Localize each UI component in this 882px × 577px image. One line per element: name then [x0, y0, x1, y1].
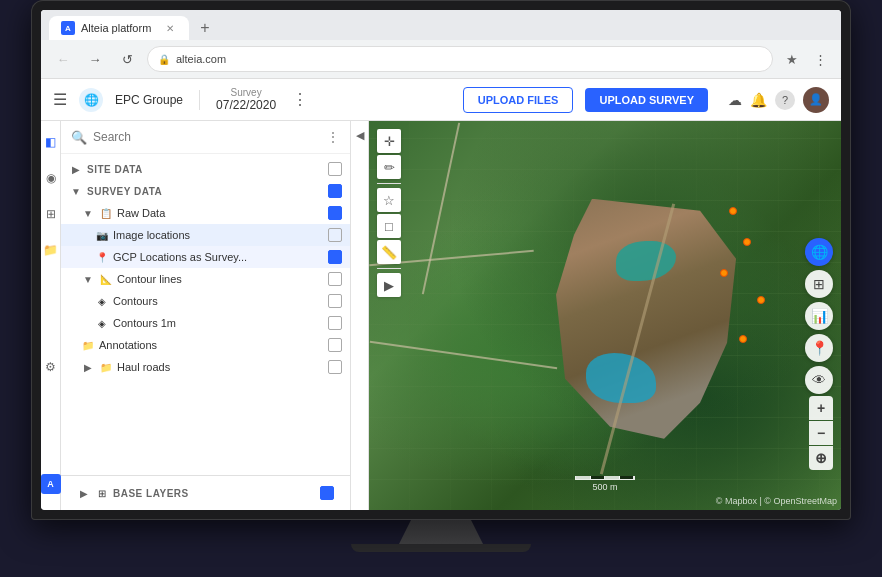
folder-tool-icon[interactable]: 📁 — [42, 241, 60, 259]
scale-seg-1 — [576, 476, 591, 479]
haul-roads-toggle[interactable]: ▶ — [81, 360, 95, 374]
image-locations-checkbox[interactable] — [328, 228, 342, 242]
image-locations-icon: 📷 — [95, 228, 109, 242]
annotations-label: Annotations — [99, 339, 324, 351]
user-avatar[interactable]: 👤 — [803, 87, 829, 113]
base-layers-toggle[interactable]: ▶ — [77, 486, 91, 500]
contour-lines-toggle[interactable]: ▼ — [81, 272, 95, 286]
contour-lines-checkbox[interactable] — [328, 272, 342, 286]
alteia-logo: A — [41, 474, 61, 494]
raw-data-row[interactable]: ▼ 📋 Raw Data — [61, 202, 350, 224]
contours-checkbox[interactable] — [328, 294, 342, 308]
contours-label: Contours — [113, 295, 324, 307]
help-icon[interactable]: ? — [775, 90, 795, 110]
layers-map-button[interactable]: ⊞ — [805, 270, 833, 298]
contours-icon: ◈ — [95, 294, 109, 308]
site-data-toggle[interactable]: ▶ — [69, 162, 83, 176]
layers-tool-icon[interactable]: ◧ — [42, 133, 60, 151]
site-data-checkbox[interactable] — [328, 162, 342, 176]
new-tab-button[interactable]: + — [193, 16, 217, 40]
search-icon: 🔍 — [71, 130, 87, 145]
zoom-in-button[interactable]: + — [809, 396, 833, 420]
base-layers-row[interactable]: ▶ ⊞ BASE LAYERS — [69, 482, 342, 504]
browser-toolbar: ← → ↺ 🔒 alteia.com ★ ⋮ — [41, 40, 841, 78]
image-locations-row[interactable]: 📷 Image locations — [61, 224, 350, 246]
org-name: EPC Groupe — [115, 93, 183, 107]
gcp-locations-row[interactable]: 📍 GCP Locations as Survey... — [61, 246, 350, 268]
tab-close-button[interactable]: ✕ — [163, 21, 177, 35]
zoom-special-button[interactable]: ⊕ — [809, 446, 833, 470]
raw-data-checkbox[interactable] — [328, 206, 342, 220]
contour-lines-row[interactable]: ▼ 📐 Contour lines — [61, 268, 350, 290]
contours-row[interactable]: ◈ Contours — [61, 290, 350, 312]
lock-icon: 🔒 — [158, 54, 170, 65]
rectangle-tool-button[interactable]: □ — [377, 214, 401, 238]
screen: A Alteia platform ✕ + ← → ↺ 🔒 alteia.com — [41, 10, 841, 510]
3d-view-button[interactable]: 🌐 — [805, 238, 833, 266]
crosshair-tool-button[interactable]: ✛ — [377, 129, 401, 153]
gcp-locations-checkbox[interactable] — [328, 250, 342, 264]
survey-more-button[interactable]: ⋮ — [292, 90, 308, 109]
survey-data-row[interactable]: ▼ SURVEY DATA — [61, 180, 350, 202]
notifications-icon[interactable]: 🔔 — [750, 92, 767, 108]
collapse-arrow-icon: ◀ — [356, 129, 364, 142]
layer-panel: 🔍 ⋮ ▶ SITE DATA — [61, 121, 351, 510]
map-area[interactable]: ✛ ✏ ☆ □ 📏 ▶ — [369, 121, 841, 510]
back-button[interactable]: ← — [51, 47, 75, 71]
annotations-checkbox[interactable] — [328, 338, 342, 352]
haul-roads-row[interactable]: ▶ 📁 Haul roads — [61, 356, 350, 378]
site-data-label: SITE DATA — [87, 164, 324, 175]
browser-tab-active[interactable]: A Alteia platform ✕ — [49, 16, 189, 40]
site-data-row[interactable]: ▶ SITE DATA — [61, 158, 350, 180]
survey-data-toggle[interactable]: ▼ — [69, 184, 83, 198]
monitor-bezel: A Alteia platform ✕ + ← → ↺ 🔒 alteia.com — [31, 0, 851, 520]
cloud-upload-icon[interactable]: ☁ — [728, 92, 742, 108]
gcp-locations-label: GCP Locations as Survey... — [113, 251, 324, 263]
chrome-menu-icon[interactable]: ⋮ — [809, 48, 831, 70]
contours-1m-label: Contours 1m — [113, 317, 324, 329]
raw-data-icon: 📋 — [99, 206, 113, 220]
data-view-button[interactable]: 📊 — [805, 302, 833, 330]
contour-lines-label: Contour lines — [117, 273, 324, 285]
quarry-terrain — [556, 199, 736, 439]
pin-button[interactable]: 📍 — [805, 334, 833, 362]
pages-tool-icon[interactable]: ⊞ — [42, 205, 60, 223]
collapse-panel-button[interactable]: ◀ — [351, 121, 369, 510]
hamburger-menu-button[interactable]: ☰ — [53, 90, 67, 109]
search-more-button[interactable]: ⋮ — [326, 129, 340, 145]
reload-button[interactable]: ↺ — [115, 47, 139, 71]
upload-survey-button[interactable]: UPLOAD SURVEY — [585, 88, 708, 112]
star-tool-button[interactable]: ☆ — [377, 188, 401, 212]
scale-seg-3 — [605, 476, 620, 479]
scale-label: 500 m — [592, 482, 617, 492]
settings-tool-icon[interactable]: ⚙ — [42, 358, 60, 376]
address-bar[interactable]: 🔒 alteia.com — [147, 46, 773, 72]
tab-title: Alteia platform — [81, 22, 151, 34]
tab-favicon: A — [61, 21, 75, 35]
forward-button[interactable]: → — [83, 47, 107, 71]
bookmark-icon[interactable]: ★ — [781, 48, 803, 70]
survey-data-checkbox[interactable] — [328, 184, 342, 198]
pen-tool-button[interactable]: ✏ — [377, 155, 401, 179]
upload-files-button[interactable]: UPLOAD FILES — [463, 87, 574, 113]
contour-lines-icon: 📐 — [99, 272, 113, 286]
satellite-map: ✛ ✏ ☆ □ 📏 ▶ — [369, 121, 841, 510]
expand-tool-button[interactable]: ▶ — [377, 273, 401, 297]
map-scale: 500 m — [575, 476, 635, 492]
annotations-row[interactable]: 📁 Annotations — [61, 334, 350, 356]
zoom-out-button[interactable]: − — [809, 421, 833, 445]
browser-tabs: A Alteia platform ✕ + — [41, 10, 841, 40]
gcp-locations-icon: 📍 — [95, 250, 109, 264]
contours-1m-row[interactable]: ◈ Contours 1m — [61, 312, 350, 334]
eye-button[interactable]: 👁 — [805, 366, 833, 394]
haul-roads-checkbox[interactable] — [328, 360, 342, 374]
base-layers-checkbox[interactable] — [320, 486, 334, 500]
search-input[interactable] — [93, 130, 320, 144]
antenna-tool-icon[interactable]: ◉ — [42, 169, 60, 187]
marker-1 — [729, 207, 737, 215]
raw-data-toggle[interactable]: ▼ — [81, 206, 95, 220]
contours-1m-checkbox[interactable] — [328, 316, 342, 330]
ruler-tool-button[interactable]: 📏 — [377, 240, 401, 264]
haul-roads-folder-icon: 📁 — [99, 360, 113, 374]
browser-chrome: A Alteia platform ✕ + ← → ↺ 🔒 alteia.com — [41, 10, 841, 79]
